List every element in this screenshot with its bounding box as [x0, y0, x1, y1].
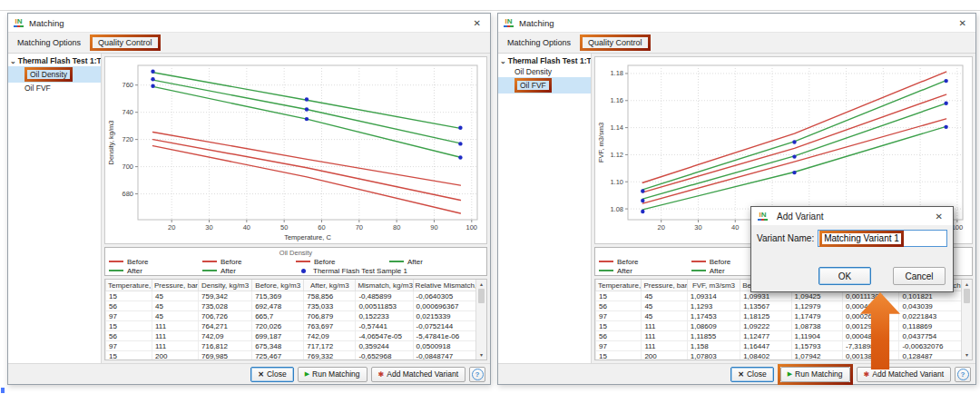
table-scrollbar[interactable]: ▴ ▾ [475, 280, 486, 360]
tree-item-oil-density[interactable]: Oil Density [8, 66, 101, 83]
table-cell: -7,31898e-05 [842, 341, 898, 351]
close-button[interactable]: ✕ Close [250, 367, 293, 382]
table-row[interactable]: 151111,086091,092221,087380,001292560,11… [596, 321, 962, 331]
table-row[interactable]: 1545759,342715,369758,856-0,485899-0,064… [106, 291, 476, 301]
help-button[interactable]: ? [955, 367, 971, 382]
svg-text:40: 40 [243, 223, 250, 231]
variant-name-input[interactable]: Matching Variant 1 [818, 230, 947, 247]
scroll-down-icon[interactable]: ▾ [480, 350, 483, 360]
table-cell: -5,47841e-06 [413, 331, 475, 341]
table-cell: 716,812 [199, 341, 252, 351]
table-row[interactable]: 97451,174531,181251,174790,0002606180,02… [596, 311, 962, 321]
chevron-down-icon[interactable]: ⌄ [10, 57, 16, 65]
table-scrollbar[interactable]: ▴ ▾ [961, 280, 972, 360]
column-header[interactable]: Pressure, bars [152, 280, 199, 291]
column-header[interactable]: Density, kg/m3 [199, 280, 252, 291]
scroll-down-icon[interactable]: ▾ [965, 350, 968, 360]
tree-item-oil-fvf[interactable]: Oil FVF [498, 77, 591, 94]
screenshot-top-border [0, 10, 980, 11]
table-cell: 1,09425 [791, 291, 842, 301]
table-cell: 200 [642, 351, 687, 361]
window-titlebar[interactable]: IN Matching ✕ [8, 14, 490, 33]
table-row[interactable]: 152001,078031,084021,079420,001386620,12… [596, 351, 962, 361]
table-cell: 1,17479 [791, 311, 842, 321]
table-cell: 0,0500918 [413, 341, 475, 351]
column-header[interactable]: FVF, m3/sm3 [687, 280, 740, 291]
tab-quality-control[interactable]: Quality Control [580, 34, 651, 51]
table-cell: 111 [642, 321, 687, 331]
legend-entry: After [389, 257, 483, 266]
run-matching-button[interactable]: ▶ Run Matching [298, 367, 368, 382]
table-cell: 717,172 [304, 341, 356, 351]
add-variant-dialog: IN Add Variant ✕ Variant Name: Matching … [750, 206, 954, 292]
table-cell: 1,158 [687, 341, 740, 351]
table-cell: 200 [152, 351, 199, 361]
window-close-icon[interactable]: ✕ [468, 18, 486, 28]
window-titlebar[interactable]: IN Matching ✕ [498, 14, 975, 33]
table-row[interactable]: 561111,118551,124771,119040,0004898660,0… [596, 331, 962, 341]
table-row[interactable]: 5645735,028692,478735,0330,005118530,000… [106, 301, 476, 311]
column-header[interactable]: Before, kg/m3 [252, 280, 304, 291]
column-header[interactable]: Temperature, C [596, 280, 642, 291]
column-header[interactable]: Mismatch, kg/m3 [356, 280, 413, 291]
add-matched-variant-button[interactable]: ✱ Add Matched Variant [857, 367, 951, 382]
tree-item-oil-density[interactable]: Oil Density [498, 66, 591, 77]
close-button[interactable]: ✕ Close [730, 367, 773, 382]
column-header[interactable]: Pressure, bars [642, 280, 687, 291]
legend-line-icon [109, 270, 123, 271]
table-cell: 0,0437754 [899, 331, 962, 341]
bottom-button-bar: ✕ Close ▶ Run Matching ✱ Add Matched Var… [8, 363, 490, 384]
dialog-titlebar[interactable]: IN Add Variant ✕ [751, 207, 953, 225]
table-row[interactable]: 15200769,985725,467769,332-0,652968-0,08… [106, 351, 476, 361]
matching-window-density: IN Matching ✕ Matching Options Quality C… [7, 13, 491, 385]
close-x-icon: ✕ [258, 370, 264, 379]
legend-label: After [127, 267, 142, 275]
legend-line-icon [599, 261, 613, 262]
run-matching-button[interactable]: ▶ Run Matching [780, 367, 850, 382]
chevron-down-icon[interactable]: ⌄ [500, 57, 506, 65]
column-header[interactable]: After, kg/m3 [304, 280, 356, 291]
add-matched-variant-button[interactable]: ✱ Add Matched Variant [371, 367, 466, 382]
ok-button[interactable]: OK [818, 267, 871, 285]
tab-bar: Matching Options Quality Control [8, 33, 490, 54]
dialog-close-icon[interactable]: ✕ [930, 212, 948, 222]
tree-root-thermal-flash-test[interactable]: ⌄ Thermal Flash Test 1:Thermal ... [8, 55, 101, 66]
column-header[interactable]: Temperature, C [106, 280, 152, 291]
column-header[interactable]: Relative Mismatch, % [413, 280, 475, 291]
table-row[interactable]: 15451,093141,099311,094250,001113040,101… [596, 291, 962, 301]
table-cell: 1,08609 [687, 321, 740, 331]
table-cell: 15 [596, 291, 642, 301]
tree-root-thermal-flash-test[interactable]: ⌄ Thermal Flash Test 1:Thermal ... [498, 55, 591, 66]
table-cell: 111 [642, 331, 687, 341]
table-row[interactable]: 97111716,812675,348717,1720,3592440,0500… [106, 341, 476, 351]
legend-label: After [710, 267, 725, 275]
cancel-button[interactable]: Cancel [893, 267, 946, 285]
scrollbar-thumb[interactable] [964, 289, 970, 303]
legend-label: Before [710, 258, 731, 266]
table-cell: 56 [106, 331, 152, 341]
legend-entry: Before [599, 257, 691, 266]
scroll-up-icon[interactable]: ▴ [965, 280, 968, 289]
scroll-up-icon[interactable]: ▴ [480, 280, 483, 289]
window-title: Matching [29, 18, 468, 28]
tab-quality-control[interactable]: Quality Control [90, 34, 161, 51]
table-cell: -0,485899 [356, 291, 413, 301]
table-cell: 0,0215339 [413, 311, 475, 321]
table-cell: 111 [152, 331, 199, 341]
table-row[interactable]: 15111764,271720,026763,697-0,57441-0,075… [106, 321, 476, 331]
table-cell: 0,128487 [899, 351, 962, 361]
table-cell: 45 [152, 291, 199, 301]
table-cell: -0,0848747 [413, 351, 475, 361]
table-row[interactable]: 56111742,09699,187742,09-4,06547e-05-5,4… [106, 331, 476, 341]
tab-matching-options[interactable]: Matching Options [501, 36, 577, 49]
scrollbar-thumb[interactable] [478, 289, 485, 303]
tab-matching-options[interactable]: Matching Options [11, 36, 87, 49]
table-row[interactable]: 9745706,726665,7706,8790,1522330,0215339 [106, 311, 476, 321]
window-close-icon[interactable]: ✕ [954, 18, 972, 28]
table-row[interactable]: 971111,1581,164471,15793-7,31898e-05-0,0… [596, 341, 962, 351]
table-cell: 45 [642, 291, 687, 301]
tree-item-oil-fvf[interactable]: Oil FVF [8, 83, 101, 94]
table-row[interactable]: 56451,12931,135671,129790,0004862490,043… [596, 301, 962, 311]
help-button[interactable]: ? [469, 367, 485, 382]
screenshot-artifact [1, 388, 5, 393]
